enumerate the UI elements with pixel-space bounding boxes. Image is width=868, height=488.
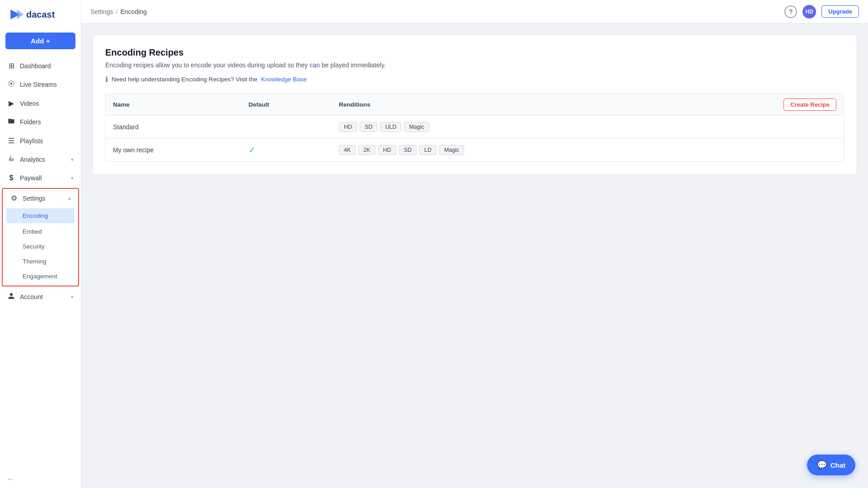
rendition-badge: 4K: [339, 145, 356, 155]
account-icon: [7, 292, 15, 301]
sidebar-item-paywall[interactable]: $ Paywall ▾: [0, 169, 81, 187]
settings-section: ⚙ Settings ▴ Encoding Embed Security The…: [2, 188, 79, 286]
security-label: Security: [23, 243, 45, 250]
playlists-icon: ☰: [7, 136, 15, 145]
table-header: Name Default Renditions Create Recipe: [105, 94, 844, 116]
breadcrumb-parent[interactable]: Settings: [90, 8, 113, 15]
sidebar-item-label: Videos: [20, 100, 39, 107]
sidebar-nav: ⊞ Dashboard Live Streams ▶ Videos Folder…: [0, 56, 81, 470]
encoding-label: Encoding: [23, 212, 48, 219]
chevron-down-icon: ▾: [71, 157, 74, 163]
col-default-header: Default: [249, 101, 339, 108]
chat-button[interactable]: 💬 Chat: [807, 455, 855, 475]
sidebar-item-encoding[interactable]: Encoding: [6, 208, 75, 223]
chevron-down-icon: ▾: [71, 175, 74, 181]
default-check-icon: ✓: [249, 145, 255, 155]
sidebar: dacast Add + ⊞ Dashboard Live Streams ▶ …: [0, 0, 81, 488]
page-desc: Encoding recipes allow you to encode you…: [105, 61, 844, 69]
col-renditions-header: Renditions: [339, 101, 769, 108]
sidebar-item-label: Playlists: [20, 137, 43, 145]
rendition-badge: ULD: [380, 122, 401, 132]
rendition-badge: Magic: [439, 145, 464, 155]
help-icon[interactable]: ?: [784, 5, 797, 18]
sidebar-item-engagement[interactable]: Engagement: [3, 269, 78, 284]
logo: dacast: [0, 0, 81, 29]
main-area: Settings / Encoding ? HD Upgrade Encodin…: [81, 0, 868, 488]
sidebar-item-dashboard[interactable]: ⊞ Dashboard: [0, 56, 81, 75]
col-action-header: Create Recipe: [769, 99, 836, 111]
sidebar-item-playlists[interactable]: ☰ Playlists: [0, 131, 81, 150]
rendition-badge: Magic: [404, 122, 429, 132]
dashboard-icon: ⊞: [7, 61, 15, 70]
settings-icon: ⚙: [10, 194, 18, 202]
chevron-down-icon: ▾: [71, 294, 74, 300]
sidebar-item-label: Dashboard: [20, 62, 51, 70]
embed-label: Embed: [23, 228, 42, 235]
create-recipe-button[interactable]: Create Recipe: [784, 99, 836, 111]
collapse-icon: ←: [7, 475, 14, 483]
chevron-up-icon: ▴: [68, 195, 71, 201]
theming-label: Theming: [23, 258, 47, 265]
videos-icon: ▶: [7, 99, 15, 108]
sidebar-item-label: Settings: [23, 195, 46, 202]
logo-text: dacast: [26, 9, 55, 20]
avatar[interactable]: HD: [802, 5, 816, 19]
table-row: My own recipe ✓ 4K 2K HD SD LD Magic: [105, 139, 844, 162]
info-icon: ℹ: [105, 75, 108, 84]
content-area: Encoding Recipes Encoding recipes allow …: [81, 23, 868, 488]
info-text: Need help understanding Encoding Recipes…: [112, 76, 257, 83]
sidebar-item-settings[interactable]: ⚙ Settings ▴: [3, 189, 78, 207]
encoding-card: Encoding Recipes Encoding recipes allow …: [92, 34, 857, 175]
chat-label: Chat: [830, 461, 845, 469]
sidebar-item-analytics[interactable]: Analytics ▾: [0, 150, 81, 169]
recipe-default: ✓: [249, 145, 339, 155]
sidebar-item-label: Account: [20, 293, 43, 300]
add-button[interactable]: Add +: [5, 33, 75, 49]
recipe-name: My own recipe: [113, 146, 249, 154]
sidebar-item-folders[interactable]: Folders: [0, 113, 81, 131]
live-streams-icon: [7, 80, 15, 89]
sidebar-item-live-streams[interactable]: Live Streams: [0, 75, 81, 94]
table-row: Standard HD SD ULD Magic: [105, 116, 844, 139]
recipe-name: Standard: [113, 123, 249, 131]
analytics-icon: [7, 155, 15, 164]
sidebar-item-label: Analytics: [20, 156, 45, 163]
info-row: ℹ Need help understanding Encoding Recip…: [105, 75, 844, 84]
svg-marker-1: [17, 9, 23, 19]
rendition-badge: SD: [360, 122, 377, 132]
paywall-icon: $: [7, 174, 15, 182]
recipes-table: Name Default Renditions Create Recipe St…: [105, 94, 844, 162]
sidebar-item-videos[interactable]: ▶ Videos: [0, 94, 81, 113]
sidebar-item-label: Paywall: [20, 174, 42, 182]
rendition-badge: SD: [399, 145, 417, 155]
sidebar-item-theming[interactable]: Theming: [3, 254, 78, 269]
upgrade-button[interactable]: Upgrade: [821, 5, 859, 18]
rendition-badge: HD: [339, 122, 357, 132]
breadcrumb: Settings / Encoding: [90, 8, 147, 15]
rendition-badge: HD: [378, 145, 396, 155]
sidebar-collapse-button[interactable]: ←: [0, 470, 81, 488]
sidebar-item-label: Folders: [20, 118, 41, 126]
breadcrumb-current: Encoding: [120, 8, 146, 15]
folders-icon: [7, 117, 15, 127]
rendition-badge: LD: [419, 145, 436, 155]
breadcrumb-separator: /: [116, 8, 118, 15]
sidebar-item-label: Live Streams: [20, 81, 57, 88]
col-name-header: Name: [113, 101, 249, 108]
header-right: ? HD Upgrade: [784, 5, 859, 19]
header: Settings / Encoding ? HD Upgrade: [81, 0, 868, 23]
svg-point-2: [10, 83, 12, 84]
sidebar-item-security[interactable]: Security: [3, 239, 78, 254]
settings-sub-nav: Encoding Embed Security Theming Engageme…: [3, 208, 78, 284]
chat-bubble-icon: 💬: [817, 460, 827, 470]
rendition-badge: 2K: [358, 145, 375, 155]
sidebar-item-account[interactable]: Account ▾: [0, 287, 81, 306]
page-title: Encoding Recipes: [105, 47, 844, 58]
recipe-renditions: 4K 2K HD SD LD Magic: [339, 145, 836, 155]
recipe-renditions: HD SD ULD Magic: [339, 122, 836, 132]
knowledge-base-link[interactable]: Knowledge Base: [261, 76, 306, 83]
engagement-label: Engagement: [23, 273, 57, 280]
sidebar-item-embed[interactable]: Embed: [3, 224, 78, 239]
